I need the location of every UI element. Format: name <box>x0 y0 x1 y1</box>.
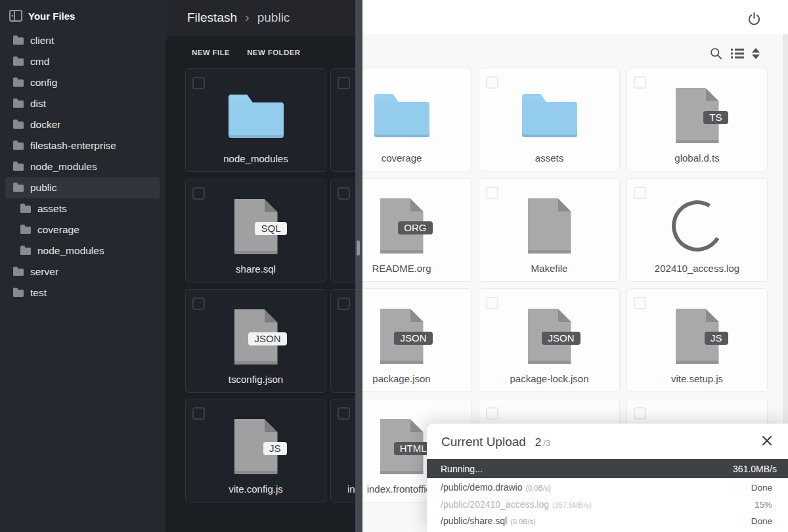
sidebar-folder-tree: client cmd config dist docker filestash-… <box>0 30 167 303</box>
upload-status-label: Running... <box>441 464 483 474</box>
sidebar-item-coverage[interactable]: coverage <box>0 219 167 240</box>
file-icon: JSON <box>479 303 619 369</box>
sidebar-item-docker[interactable]: docker <box>0 114 167 135</box>
upload-item-list: /public/demo.drawio(0.0B/s) Done /public… <box>427 478 788 532</box>
file-icon: JSON <box>186 304 326 370</box>
checkbox[interactable] <box>338 77 350 89</box>
sidebar-item-label: node_modules <box>30 161 97 173</box>
file-tile-partial[interactable] <box>330 179 356 282</box>
folder-icon <box>479 83 619 148</box>
upload-item-path: /public/202410_access.log <box>441 499 549 510</box>
checkbox[interactable] <box>634 407 646 420</box>
filetype-badge: JS <box>705 332 728 345</box>
folder-icon <box>13 290 24 297</box>
file-tile-partial[interactable] <box>330 289 356 393</box>
file-tile[interactable]: ORG README.org <box>356 178 472 282</box>
upload-panel-header: Current Upload 2 /3 <box>427 424 788 459</box>
sidebar-item-label: filestash-enterprise <box>30 140 116 152</box>
file-tile-partial[interactable]: index.frontoffice <box>330 399 356 502</box>
sidebar-item-label: dist <box>30 98 46 110</box>
sidebar-item-dist[interactable]: dist <box>0 93 167 114</box>
power-logout-icon[interactable] <box>747 11 762 26</box>
file-name: package.json <box>356 373 468 386</box>
checkbox[interactable] <box>338 298 350 310</box>
sidebar-title: Your Files <box>28 11 75 22</box>
file-name: assets <box>483 152 615 166</box>
breadcrumb-current[interactable]: public <box>257 11 290 25</box>
file-name: coverage <box>356 152 468 166</box>
sidebar-item-client[interactable]: client <box>0 30 167 51</box>
sidebar-item-label: test <box>30 287 47 299</box>
breadcrumb-root[interactable]: Filestash <box>187 11 237 25</box>
sort-icon[interactable] <box>751 47 760 60</box>
file-icon: TS <box>627 83 767 148</box>
dark-file-panel: NEW FILE NEW FOLDER node_modules SQL sha… <box>165 36 356 532</box>
upload-item: /public/share.sql(0.0B/s) Done <box>427 515 788 532</box>
file-tile[interactable]: JSON package.json <box>356 288 472 392</box>
search-icon[interactable] <box>709 47 723 60</box>
chevron-right-icon: › <box>245 10 250 25</box>
folder-icon <box>13 185 24 192</box>
upload-panel: Current Upload 2 /3 Running... 361.0MB/s… <box>427 424 788 532</box>
sidebar-toggle-icon[interactable] <box>9 10 22 22</box>
checkbox[interactable] <box>338 187 350 200</box>
sidebar-item-cmd[interactable]: cmd <box>0 51 167 72</box>
sidebar-item-assets[interactable]: assets <box>0 198 167 219</box>
new-folder-button[interactable]: NEW FOLDER <box>247 49 300 56</box>
sidebar-item-config[interactable]: config <box>0 72 167 93</box>
sidebar-header: Your Files <box>0 0 167 28</box>
filestash-app: coverage assets TS global.d.ts ORG READM… <box>0 0 788 532</box>
upload-status-bar: Running... 361.0MB/s <box>427 459 788 478</box>
list-view-icon[interactable] <box>731 48 744 59</box>
file-tile[interactable]: JSON tsconfig.json <box>185 289 326 393</box>
sidebar-item-label: server <box>30 266 58 278</box>
upload-speed: 361.0MB/s <box>733 464 777 474</box>
file-tile[interactable]: coverage <box>356 68 472 171</box>
panel-scrollbar[interactable] <box>355 0 362 532</box>
folder-icon <box>13 164 24 171</box>
sidebar-item-label: docker <box>30 119 61 131</box>
file-tile[interactable]: assets <box>479 68 620 171</box>
file-tile[interactable]: JS vite.setup.js <box>626 288 768 392</box>
file-tile-partial[interactable] <box>330 68 356 172</box>
sidebar-item-public[interactable]: public <box>5 177 160 198</box>
filetype-badge: JSON <box>248 332 286 345</box>
new-file-button[interactable]: NEW FILE <box>192 49 230 56</box>
file-tile[interactable]: Makefile <box>479 178 620 282</box>
filetype-badge: ORG <box>398 221 432 234</box>
checkbox[interactable] <box>486 407 498 420</box>
folder-icon <box>186 83 326 149</box>
file-name: README.org <box>356 263 468 276</box>
sidebar-item-label: client <box>30 35 54 47</box>
sidebar-item-node-modules-nested[interactable]: node_modules <box>0 240 167 261</box>
checkbox[interactable] <box>338 407 350 420</box>
breadcrumb-bar: Filestash › public <box>167 0 356 38</box>
file-name: vite.setup.js <box>631 373 763 386</box>
file-tile[interactable]: JSON package-lock.json <box>479 288 620 392</box>
file-tile[interactable]: JS vite.config.js <box>185 399 326 502</box>
upload-item-status: Done <box>751 516 772 526</box>
sidebar-item-server[interactable]: server <box>0 261 167 282</box>
sidebar-item-test[interactable]: test <box>0 282 167 303</box>
upload-title: Current Upload <box>441 435 526 449</box>
sidebar-item-filestash-enterprise[interactable]: filestash-enterprise <box>0 135 167 156</box>
sidebar: Your Files client cmd config dist docker… <box>0 0 167 532</box>
upload-item: /public/demo.drawio(0.0B/s) Done <box>427 481 788 499</box>
folder-icon <box>13 100 24 108</box>
folder-icon <box>13 143 24 150</box>
sidebar-item-node-modules[interactable]: node_modules <box>0 156 167 177</box>
file-name: 202410_access.log <box>631 263 763 276</box>
file-tile[interactable]: node_modules <box>185 68 326 172</box>
filetype-badge: JSON <box>542 332 580 345</box>
close-icon[interactable] <box>762 435 772 446</box>
file-tile[interactable]: 202410_access.log <box>626 178 768 282</box>
upload-item-status: Done <box>751 483 772 493</box>
file-tile[interactable]: TS global.d.ts <box>626 68 768 171</box>
folder-icon <box>20 248 31 255</box>
panel-scrollbar-handle[interactable] <box>357 240 360 255</box>
file-name: package-lock.json <box>483 373 615 386</box>
folder-icon <box>20 206 31 213</box>
upload-count-current: 2 <box>535 436 541 449</box>
file-tile[interactable]: SQL share.sql <box>185 179 326 282</box>
folder-icon <box>13 37 24 45</box>
